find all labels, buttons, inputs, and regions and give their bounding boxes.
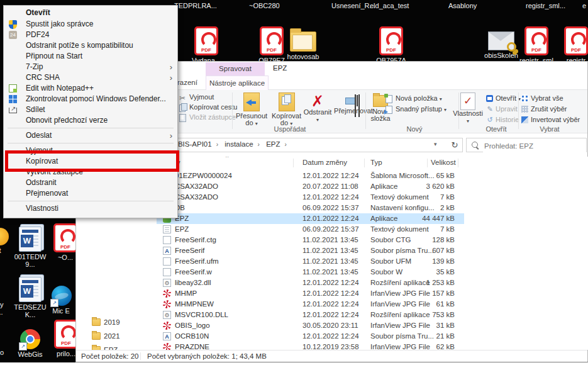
table-row[interactable]: ⚙ libeay32.dll 12.01.2022 12:24 Rozšířen… (157, 278, 464, 288)
table-row[interactable]: OBIS_logo 30.05.2020 23:11 IrfanView JPG… (157, 320, 464, 331)
context-menu-item[interactable]: Odeslat › (4, 130, 177, 141)
breadcrumb-segment[interactable]: EPZ› (266, 140, 291, 148)
nav-item[interactable]: 2021 (76, 330, 157, 342)
file-size: 7 kB (396, 224, 455, 235)
desktop-icon-label[interactable]: e (582, 2, 586, 9)
nav-item[interactable]: 2019 (76, 317, 157, 328)
file-type: Aplikace (370, 213, 397, 224)
table-row[interactable]: PRAZDNE 10.12.2019 23:58 IrfanView JPG F… (157, 342, 464, 350)
table-row[interactable]: FreeSerif.ufm 11.02.2021 13:45 Soubor UF… (157, 256, 464, 267)
desktop-icon-label[interactable]: Usnesení_R... (331, 2, 375, 9)
search-box[interactable] (466, 138, 587, 152)
context-menu-item[interactable]: 7-Zip › (4, 62, 177, 72)
properties-button[interactable]: ✓ Vlastnosti ▾ (452, 92, 484, 125)
desktop-icon[interactable]: PDF W ↗ hotovosab (283, 26, 323, 60)
search-input[interactable] (483, 139, 586, 152)
desktop-icon[interactable]: PDF W ↗ ... (0, 307, 13, 316)
desktop-icon[interactable]: PDF W ↗ registr (557, 26, 588, 64)
table-row[interactable]: EPZ 06.09.2022 15:37 Textový dokument 7 … (157, 224, 464, 235)
invert-selection-button[interactable]: Invertovat výběr (521, 115, 580, 125)
context-menu-item[interactable]: Odstranit potíže s kompatibilitou › (4, 40, 177, 51)
table-row[interactable]: A OCRB10N 12.01.2022 12:24 Soubor písma … (157, 331, 464, 342)
context-menu-item[interactable]: Odstranit › (4, 177, 177, 188)
file-name: OCRB10N (175, 331, 209, 342)
table-row[interactable]: CSAX32ADO 12.01.2022 12:24 Textový dokum… (157, 192, 464, 203)
table-row[interactable]: ⚙ MSVCR100.DLL 12.01.2022 12:24 Rozšířen… (157, 310, 464, 320)
desktop-icon-label[interactable]: registr_sml... (526, 2, 565, 9)
context-menu-item[interactable]: Spustit jako správce › (4, 19, 177, 30)
context-menu-item[interactable]: 24 PDF24 › (4, 30, 177, 40)
table-row[interactable]: FreeSerif.w 11.02.2021 13:45 Soubor W 35… (157, 267, 464, 278)
breadcrumb-segment[interactable]: instalace› (225, 140, 264, 148)
file-name: CSAX32ADO (175, 192, 218, 203)
refresh-button[interactable]: ↻ (448, 140, 462, 151)
context-menu-item[interactable]: Edit with Notepad++ › (4, 83, 177, 94)
desktop-icon[interactable]: PDF W ↗ o (0, 347, 11, 356)
breadcrumb-segment[interactable]: OBIS-API01› (172, 140, 223, 148)
desktop-icon[interactable]: PDF W ↗ obisSkolen (481, 26, 521, 59)
history-icon: ↺ (486, 115, 494, 125)
file-date: 12.01.2022 12:24 (302, 299, 359, 310)
desktop-icon[interactable]: PDF W ↗ OB7957A (371, 26, 411, 64)
context-menu-item[interactable]: CRC SHA › (4, 72, 177, 83)
contextual-tab-spravovat[interactable]: Spravovat (206, 62, 265, 76)
desktop-icon[interactable]: PDF W ↗ 001TEDW9... (10, 227, 50, 268)
select-all-button[interactable]: Vybrat vše (521, 94, 563, 103)
table-row[interactable]: MHMPNEW 12.01.2022 12:24 IrfanView JPG F… (157, 299, 464, 310)
breadcrumb-separator-icon: › (258, 141, 260, 148)
column-header-type[interactable]: Typ (370, 159, 382, 166)
desktop-icon-label[interactable]: eld_aca_test (370, 2, 409, 9)
status-selection-info: Počet vybraných položek: 1; 43,4 MB (140, 352, 267, 360)
address-dropdown-icon[interactable]: ▾ (434, 141, 437, 147)
desktop-icon[interactable]: PDF W ↗ WebGis (10, 327, 50, 358)
copy-path-button[interactable]: Kopírovat cestu (179, 103, 237, 112)
context-menu-item[interactable]: Obnovit předchozí verze › (4, 115, 177, 126)
tab-nastroje-aplikace[interactable]: Nástroje aplikace (206, 76, 269, 90)
desktop-icon[interactable]: PDF W ↗ prilo... (53, 320, 79, 357)
context-menu-item[interactable]: Zkontrolovat pomocí Windows Defender... … (4, 94, 177, 104)
delete-button[interactable]: ✗ Odstranit ▾ (301, 94, 334, 123)
desktop-icon[interactable]: PDF W ↗ registr_sml (517, 26, 556, 64)
desktop-icon[interactable]: PDF W ↗ Vydana... (186, 26, 226, 64)
column-header-size[interactable]: Velikost (431, 159, 456, 166)
ribbon-separator (232, 92, 233, 129)
table-row[interactable]: ⚙ DB 06.09.2022 15:37 Nastavení konfigu.… (157, 203, 464, 213)
table-row[interactable]: A FreeSerif 11.02.2021 13:45 Soubor písm… (157, 245, 464, 256)
file-size: 2 kB (396, 203, 455, 213)
context-menu-item[interactable]: Otevřít › (4, 7, 177, 19)
nav-item[interactable]: EPZ (76, 344, 157, 350)
column-header-date[interactable]: Datum změny (302, 159, 347, 166)
new-item-button[interactable]: Nová položka ▾ (396, 94, 442, 103)
table-row[interactable]: EPZ 12.01.2022 12:24 Aplikace 44 447 kB (157, 213, 464, 224)
cut-button[interactable]: ✂ Vyjmout (179, 92, 214, 102)
desktop-icon-label[interactable]: TEDPRLRA... (174, 2, 217, 9)
context-menu-item[interactable]: Přejmenovat › (4, 188, 177, 199)
jpg-icon (163, 322, 171, 330)
open-button[interactable]: Otevřít ▾ (486, 94, 521, 103)
easy-access-button[interactable]: Snadný přístup ▾ (396, 104, 447, 114)
file-date: 20.07.2022 11:08 (302, 181, 358, 192)
desktop-icon-image: PDF W ↗ (20, 329, 40, 349)
context-menu-item[interactable]: Sdílet › (4, 104, 177, 115)
word-icon: W (21, 235, 33, 247)
blank-doc-icon (163, 268, 171, 276)
select-none-button[interactable]: Zrušit výběr (521, 104, 567, 114)
submenu-arrow-icon: › (170, 130, 172, 141)
move-to-button[interactable]: Přesunout do ▾ (233, 92, 270, 127)
desktop-icon[interactable]: PDF W ↗ TEDSEZUK... (10, 277, 50, 318)
context-menu-item[interactable]: Vlastnosti › (4, 203, 177, 214)
table-row[interactable]: FreeSerif.ctg 11.02.2021 13:45 Soubor CT… (157, 235, 464, 245)
font-icon: A (163, 332, 171, 340)
table-row[interactable]: CSAX32ADO 20.07.2022 11:08 Aplikace 3 62… (157, 181, 464, 192)
table-row[interactable]: MHMP 12.01.2022 12:24 IrfanView JPG File… (157, 288, 464, 299)
context-menu-item[interactable]: Připnout na Start › (4, 51, 177, 62)
status-item-count: Počet položek: 20 (81, 352, 138, 360)
file-size: 753 kB (396, 310, 455, 320)
desktop-icon-label[interactable]: ~OBC280 (249, 2, 280, 9)
copy-to-button[interactable]: Kopírovat do ▾ (269, 92, 304, 127)
table-row[interactable]: W 01EZPW0000024 12.01.2022 12:24 Šablona… (157, 171, 464, 181)
desktop-icon[interactable]: PDF W ↗ Mic E (52, 283, 70, 315)
pdf24-icon: 24 (9, 31, 17, 39)
file-size: 65 kB (396, 171, 455, 181)
desktop-icon-label[interactable]: Asablony (448, 2, 477, 9)
